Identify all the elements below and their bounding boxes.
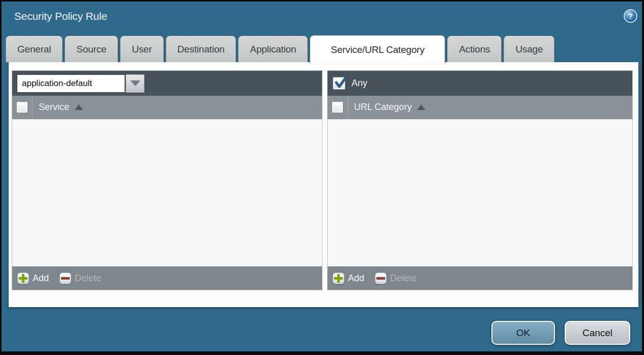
cancel-button[interactable]: Cancel [565,321,630,345]
delete-label: Delete [75,273,101,284]
ok-button[interactable]: OK [491,321,555,345]
url-category-column-label: URL Category [354,102,412,113]
url-category-panel: Any URL Category Add [327,70,633,290]
add-label: Add [348,273,364,284]
any-label: Any [352,78,367,89]
service-type-input[interactable] [17,74,125,93]
tab-bar: General Source User Destination Applicat… [6,35,641,62]
delete-label: Delete [390,273,417,284]
tab-destination[interactable]: Destination [166,36,237,62]
url-category-footer: Add Delete [328,266,632,290]
sort-ascending-icon [417,104,425,110]
service-column-label: Service [39,102,69,113]
service-list-header: Service [12,96,322,119]
service-add-button[interactable]: Add [17,272,49,284]
url-category-column-header[interactable]: URL Category [348,96,425,119]
service-list [12,119,322,266]
tab-general[interactable]: General [6,36,63,62]
service-column-header[interactable]: Service [33,96,83,119]
tab-content: Service Add Delete [9,62,638,307]
any-checkbox[interactable] [333,77,345,90]
plus-icon [17,272,29,284]
dialog-title: Security Policy Rule [14,10,107,22]
url-category-add-button[interactable]: Add [333,272,364,284]
tab-service-url-category[interactable]: Service/URL Category [310,35,445,64]
url-category-topbar: Any [328,71,632,96]
tab-user[interactable]: User [120,36,163,62]
service-delete-button[interactable]: Delete [60,272,101,284]
tab-source[interactable]: Source [65,36,118,62]
service-type-combo [17,74,144,93]
url-category-select-all-checkbox[interactable] [332,101,343,113]
tab-actions[interactable]: Actions [447,36,502,62]
tab-usage[interactable]: Usage [504,36,554,62]
service-footer: Add Delete [12,266,322,290]
service-topbar [12,71,322,96]
sort-ascending-icon [75,104,83,110]
tab-application[interactable]: Application [238,36,308,62]
service-select-all-checkbox[interactable] [16,101,28,113]
plus-icon [333,272,344,284]
add-label: Add [33,273,49,284]
minus-icon [60,272,71,284]
security-policy-rule-dialog: Security Policy Rule ? General Source Us… [0,0,644,355]
url-category-list [328,119,632,266]
chevron-down-icon [130,80,140,86]
service-panel: Service Add Delete [12,70,323,290]
minus-icon [375,272,387,284]
url-category-delete-button[interactable]: Delete [375,272,417,284]
service-type-dropdown-button[interactable] [126,74,144,93]
url-category-list-header: URL Category [328,96,632,119]
help-icon[interactable]: ? [624,9,637,23]
